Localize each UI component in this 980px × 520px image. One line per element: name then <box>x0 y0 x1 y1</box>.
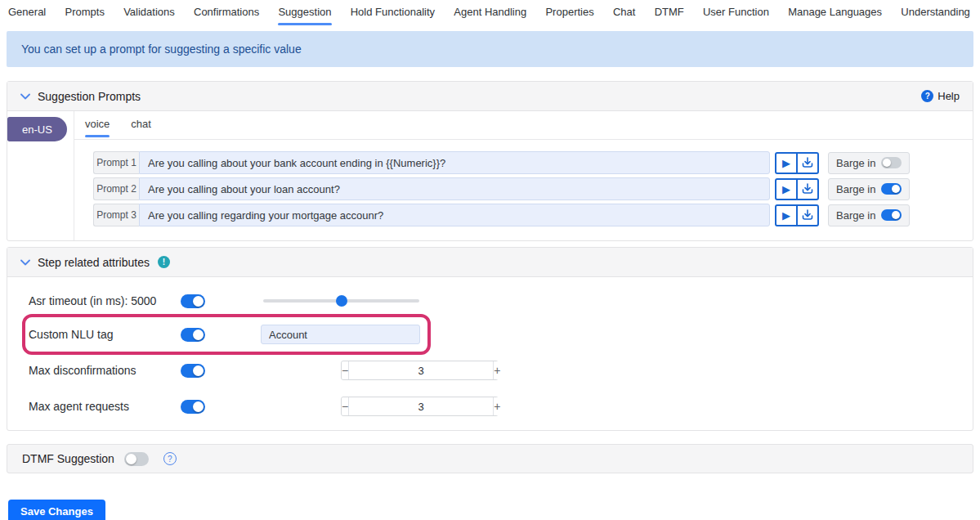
prompt-2-input[interactable] <box>139 177 770 200</box>
dtmf-suggestion-toggle[interactable] <box>124 452 149 466</box>
tab-voice[interactable]: voice <box>74 111 120 139</box>
question-mark-icon[interactable]: ? <box>163 452 177 465</box>
tab-confirmations[interactable]: Confirmations <box>194 6 259 25</box>
play-button[interactable]: ▶ <box>775 178 797 200</box>
save-changes-button[interactable]: Save Changes <box>8 500 105 520</box>
minus-button[interactable]: − <box>342 361 349 379</box>
asr-timeout-slider[interactable] <box>263 299 419 303</box>
prompt-2-label: Prompt 2 <box>93 177 139 200</box>
step-attributes-card: Step related attributes ! Asr timeout (i… <box>7 247 973 431</box>
info-banner-text: You can set up a prompt for suggesting a… <box>21 43 302 56</box>
max-agent-requests-row: Max agent requests − + <box>7 395 973 418</box>
section-title: Step related attributes <box>38 256 150 269</box>
play-icon: ▶ <box>782 184 790 195</box>
active-tab-underline <box>85 135 110 137</box>
tab-dtmf[interactable]: DTMF <box>655 6 684 25</box>
top-tab-bar: General Prompts Validations Confirmation… <box>0 0 980 25</box>
asr-timeout-label: Asr timeout (in ms): 5000 <box>29 294 181 307</box>
tab-chat-mode[interactable]: chat <box>120 111 162 139</box>
download-button[interactable] <box>797 152 819 174</box>
section-title: Suggestion Prompts <box>38 90 141 103</box>
tab-chat[interactable]: Chat <box>613 6 635 25</box>
prompt-1-input[interactable] <box>139 151 770 174</box>
prompt-3-label: Prompt 3 <box>93 204 139 226</box>
barge-in-label: Barge in <box>836 157 875 169</box>
play-button[interactable]: ▶ <box>775 204 797 226</box>
suggestion-prompts-header: Suggestion Prompts ? Help <box>7 82 973 111</box>
step-attributes-header: Step related attributes ! <box>7 248 973 277</box>
tab-suggestion[interactable]: Suggestion <box>278 6 331 25</box>
barge-in-label: Barge in <box>836 209 875 222</box>
chevron-down-icon[interactable] <box>20 93 30 100</box>
help-icon[interactable]: ? <box>921 90 933 102</box>
tab-hold-functionality[interactable]: Hold Functionality <box>351 6 435 25</box>
tab-properties[interactable]: Properties <box>545 6 593 25</box>
tab-understanding[interactable]: Understanding <box>901 6 970 25</box>
barge-in-toggle-2[interactable] <box>881 183 902 195</box>
tab-user-function[interactable]: User Function <box>703 6 769 25</box>
play-icon: ▶ <box>782 210 790 221</box>
dtmf-suggestion-title: DTMF Suggestion <box>22 452 114 465</box>
custom-nlu-input[interactable] <box>261 325 420 344</box>
max-disconfirmations-stepper: − + <box>341 361 499 380</box>
chevron-down-icon[interactable] <box>20 259 30 266</box>
prompt-3-input[interactable] <box>139 204 770 226</box>
info-banner: You can set up a prompt for suggesting a… <box>7 31 973 67</box>
tab-agent-handling[interactable]: Agent Handling <box>454 6 526 25</box>
language-column: en-US <box>7 111 74 240</box>
max-disconfirmations-toggle[interactable] <box>181 364 205 378</box>
max-agent-requests-label: Max agent requests <box>29 400 181 413</box>
info-icon[interactable]: ! <box>158 256 170 268</box>
asr-timeout-toggle[interactable] <box>181 294 205 308</box>
max-agent-requests-toggle[interactable] <box>181 400 205 414</box>
custom-nlu-row: Custom NLU tag <box>25 325 427 344</box>
plus-button[interactable]: + <box>493 361 500 379</box>
tab-prompts[interactable]: Prompts <box>65 6 104 25</box>
tab-manage-languages[interactable]: Manage Languages <box>788 6 882 25</box>
max-disconfirmations-row: Max disconfirmations − + <box>7 359 973 382</box>
max-agent-requests-stepper: − + <box>341 397 499 416</box>
play-icon: ▶ <box>782 158 790 168</box>
asr-timeout-row: Asr timeout (in ms): 5000 <box>7 289 973 312</box>
mode-tab-bar: voice chat <box>74 111 973 140</box>
asr-slider-thumb[interactable] <box>336 295 347 307</box>
download-button[interactable] <box>797 178 819 200</box>
suggestion-prompts-card: Suggestion Prompts ? Help en-US voice ch… <box>7 81 973 241</box>
minus-button[interactable]: − <box>342 397 349 415</box>
barge-in-group: Barge in <box>828 178 910 200</box>
play-button[interactable]: ▶ <box>775 152 797 174</box>
barge-in-label: Barge in <box>836 183 875 195</box>
tab-general[interactable]: General <box>8 6 46 25</box>
barge-in-group: Barge in <box>828 152 910 174</box>
barge-in-group: Barge in <box>828 204 910 226</box>
tab-validations[interactable]: Validations <box>123 6 175 25</box>
download-icon <box>802 183 813 195</box>
dtmf-suggestion-bar: DTMF Suggestion ? <box>7 444 973 473</box>
plus-button[interactable]: + <box>493 397 500 415</box>
custom-nlu-toggle[interactable] <box>181 328 205 342</box>
prompt-1-label: Prompt 1 <box>93 151 139 174</box>
highlight-annotation: Custom NLU tag <box>22 314 431 355</box>
max-disconfirmations-value[interactable] <box>349 361 493 379</box>
download-button[interactable] <box>797 204 819 226</box>
download-icon <box>802 209 813 221</box>
max-agent-requests-value[interactable] <box>349 397 493 415</box>
prompt-row: Prompt 3 ▶ Barge in <box>93 204 973 226</box>
prompt-row: Prompt 1 ▶ Barge in <box>93 151 973 174</box>
custom-nlu-label: Custom NLU tag <box>29 328 181 341</box>
help-link[interactable]: Help <box>937 90 960 102</box>
prompt-row: Prompt 2 ▶ Barge in <box>93 177 973 200</box>
barge-in-toggle-1[interactable] <box>881 157 902 168</box>
max-disconfirmations-label: Max disconfirmations <box>29 364 181 377</box>
language-pill[interactable]: en-US <box>7 117 67 141</box>
download-icon <box>802 157 813 168</box>
barge-in-toggle-3[interactable] <box>881 209 902 221</box>
